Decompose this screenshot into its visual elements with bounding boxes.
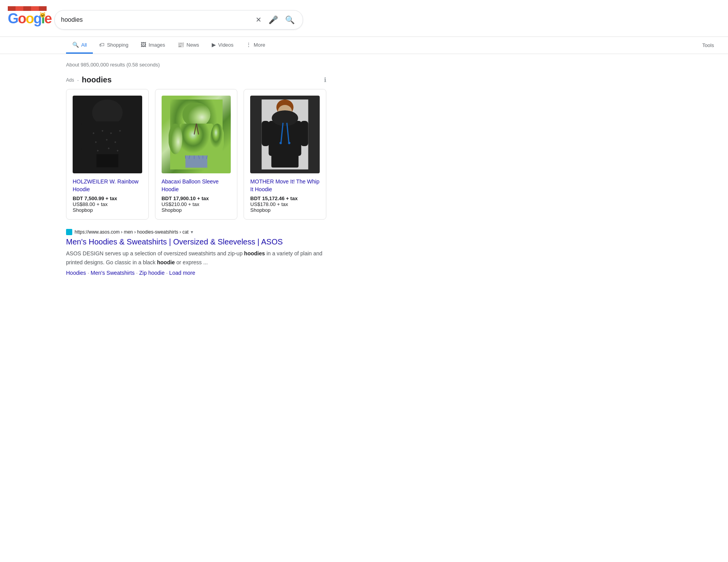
hoodie-img-black-1: ✦ ✦ ✦ ✦ ✦ ✦ ✦ ✦ ✦ ✦: [73, 96, 142, 173]
product-image-1: ✦ ✦ ✦ ✦ ✦ ✦ ✦ ✦ ✦ ✦: [73, 96, 142, 173]
svg-point-20: [210, 124, 224, 154]
tab-shopping-label: Shopping: [107, 42, 128, 48]
tab-all[interactable]: 🔍 All: [66, 37, 93, 54]
search-bar-container: ✕ 🎤 🔍: [54, 10, 303, 30]
svg-text:✦: ✦: [92, 131, 95, 135]
result-url: https://www.asos.com › men › hoodies-swe…: [75, 229, 188, 235]
ads-dot: ·: [77, 77, 79, 83]
result-favicon: [66, 229, 72, 235]
images-icon: 🖼: [141, 42, 146, 48]
svg-rect-15: [96, 154, 118, 168]
tab-all-label: All: [81, 42, 87, 48]
svg-text:✦: ✦: [105, 138, 108, 142]
product-seller-1: Shopbop: [73, 207, 142, 213]
ads-query: hoodies: [82, 75, 112, 84]
google-logo[interactable]: Google 🐱: [8, 6, 47, 33]
svg-rect-3: [81, 121, 91, 152]
product-seller-3: Shopbop: [250, 207, 320, 213]
search-icon: 🔍: [285, 15, 295, 24]
ads-header: Ads · hoodies ℹ: [66, 75, 326, 84]
svg-text:✦: ✦: [94, 140, 98, 144]
result-snippet-1: ASOS DESIGN serves up a selection of ove…: [66, 249, 326, 267]
clear-button[interactable]: ✕: [254, 14, 263, 26]
organic-result-1: https://www.asos.com › men › hoodies-swe…: [66, 229, 326, 276]
svg-rect-36: [301, 121, 308, 146]
tab-news[interactable]: 📰 News: [171, 37, 206, 54]
result-title-1[interactable]: Men's Hoodies & Sweatshirts | Oversized …: [66, 237, 326, 247]
product-price-bdt-1: BDT 7,500.99 + tax: [73, 195, 142, 201]
pixel-cat-icon: 🐱: [39, 12, 46, 18]
ads-section: Ads · hoodies ℹ: [66, 75, 326, 220]
results-count: About 985,000,000 results (0.58 seconds): [66, 62, 326, 68]
tab-news-label: News: [186, 42, 199, 48]
product-title-1[interactable]: HOLZWEILER W. Rainbow Hoodie: [73, 178, 142, 193]
nav-tabs: 🔍 All 🏷 Shopping 🖼 Images 📰 News ▶ Video…: [0, 37, 728, 54]
product-title-2[interactable]: Abacaxi Balloon Sleeve Hoodie: [162, 178, 231, 193]
tab-more-label: More: [254, 42, 265, 48]
svg-rect-33: [269, 121, 301, 156]
result-sitelinks: Hoodies · Men's Sweatshirts · Zip hoodie…: [66, 270, 326, 276]
sitelink-load-more[interactable]: Load more: [169, 270, 195, 276]
ads-label: Ads: [66, 77, 74, 83]
header: Google 🐱 ✕ 🎤 🔍: [0, 0, 728, 37]
svg-rect-4: [124, 121, 134, 152]
clear-icon: ✕: [256, 16, 261, 24]
svg-point-34: [272, 110, 298, 126]
sitelink-dot-2: ·: [136, 270, 138, 276]
info-icon[interactable]: ℹ: [324, 76, 326, 84]
search-bar: ✕ 🎤 🔍: [54, 10, 303, 30]
product-price-bdt-3: BDT 15,172.46 + tax: [250, 195, 320, 201]
pixel-decoration: [8, 6, 47, 11]
news-icon: 📰: [178, 42, 184, 48]
svg-text:✦: ✦: [107, 147, 110, 150]
search-button[interactable]: 🔍: [284, 14, 296, 26]
product-price-usd-1: US$88.00 + tax: [73, 201, 142, 207]
svg-text:✦: ✦: [116, 149, 119, 153]
svg-point-40: [288, 142, 291, 144]
svg-rect-23: [185, 155, 207, 168]
sitelink-zip-hoodie[interactable]: Zip hoodie: [139, 270, 164, 276]
logo-letter-o1: o: [18, 10, 26, 26]
svg-rect-35: [262, 121, 270, 146]
sitelink-mens-sweatshirts[interactable]: Men's Sweatshirts: [91, 270, 134, 276]
voice-search-button[interactable]: 🎤: [267, 14, 280, 26]
tab-more[interactable]: ⋮ More: [240, 37, 272, 54]
result-url-line: https://www.asos.com › men › hoodies-swe…: [66, 229, 326, 235]
svg-text:✦: ✦: [114, 140, 117, 144]
logo-letter-g: G: [8, 10, 18, 26]
svg-text:✦: ✦: [110, 131, 113, 135]
svg-point-17: [182, 103, 210, 127]
product-card-1[interactable]: ✦ ✦ ✦ ✦ ✦ ✦ ✦ ✦ ✦ ✦: [66, 89, 149, 220]
svg-text:✦: ✦: [96, 149, 99, 153]
sitelink-dot-1: ·: [87, 270, 89, 276]
product-card-2[interactable]: Abacaxi Balloon Sleeve Hoodie BDT 17,900…: [155, 89, 238, 220]
search-input[interactable]: [61, 16, 250, 23]
product-card-3[interactable]: MOTHER Move It! The Whip It Hoodie BDT 1…: [244, 89, 326, 220]
product-image-2: [162, 96, 231, 173]
svg-point-39: [280, 142, 282, 144]
hoodie-img-black-2: [250, 96, 320, 173]
sitelink-dot-3: ·: [166, 270, 168, 276]
svg-point-19: [169, 124, 182, 154]
product-seller-2: Shopbop: [162, 207, 231, 213]
tab-images-label: Images: [148, 42, 165, 48]
dropdown-arrow-icon[interactable]: ▾: [191, 229, 193, 235]
product-price-usd-3: US$178.00 + tax: [250, 201, 320, 207]
logo-container: Google 🐱: [8, 6, 47, 33]
microphone-icon: 🎤: [268, 15, 278, 24]
tab-shopping[interactable]: 🏷 Shopping: [93, 37, 134, 54]
product-image-3: [250, 96, 320, 173]
shopping-icon: 🏷: [99, 42, 104, 48]
more-icon: ⋮: [246, 42, 251, 48]
tab-videos[interactable]: ▶ Videos: [206, 37, 240, 54]
all-icon: 🔍: [72, 42, 79, 48]
sitelink-hoodies[interactable]: Hoodies: [66, 270, 86, 276]
hoodie-img-green: [162, 96, 231, 173]
tools-button[interactable]: Tools: [696, 38, 720, 53]
product-price-bdt-2: BDT 17,900.10 + tax: [162, 195, 231, 201]
svg-rect-18: [179, 124, 213, 161]
product-title-3[interactable]: MOTHER Move It! The Whip It Hoodie: [250, 178, 320, 193]
main-content: About 985,000,000 results (0.58 seconds)…: [0, 54, 334, 293]
tab-images[interactable]: 🖼 Images: [134, 37, 171, 54]
svg-text:✦: ✦: [101, 129, 104, 133]
